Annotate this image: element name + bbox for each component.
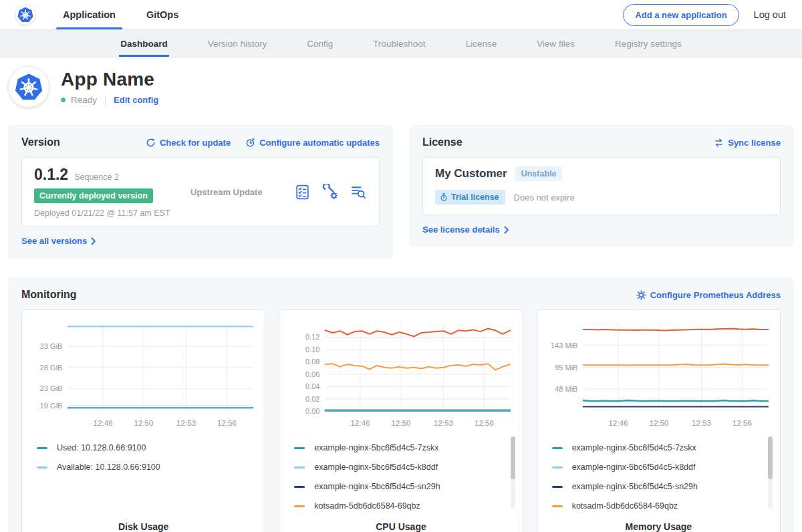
legend-item: Used: 10.128.0.66:9100 — [37, 438, 249, 458]
license-panel-title: License — [422, 136, 462, 148]
sync-license-link[interactable]: Sync license — [714, 138, 781, 148]
app-avatar — [8, 66, 49, 108]
legend-label: example-nginx-5bc6f5d4c5-7zskx — [572, 443, 696, 452]
configure-prometheus-label: Configure Prometheus Address — [650, 290, 781, 300]
tab-view-files[interactable]: View files — [535, 30, 576, 57]
svg-text:28 GiB: 28 GiB — [40, 364, 63, 372]
add-application-button[interactable]: Add a new application — [623, 4, 739, 26]
disk-usage-chart: 12:4612:5012:5312:5633 GiB28 GiB23 GiB19… — [29, 317, 258, 433]
svg-text:12:50: 12:50 — [392, 418, 411, 427]
legend-scrollbar[interactable] — [511, 436, 515, 509]
logout-link[interactable]: Log out — [754, 9, 786, 20]
top-navbar: Application GitOps Add a new application… — [0, 0, 802, 29]
configure-automatic-updates-link[interactable]: Configure automatic updates — [245, 138, 380, 148]
tab-dashboard[interactable]: Dashboard — [119, 30, 169, 57]
scrollbar-thumb[interactable] — [768, 436, 773, 479]
svg-text:12:50: 12:50 — [134, 418, 153, 427]
chevron-right-icon — [504, 226, 509, 234]
divider — [105, 96, 106, 105]
legend-scrollbar[interactable] — [768, 436, 773, 509]
channel-badge: Unstable — [515, 166, 563, 181]
memory-usage-legend: example-nginx-5bc6f5d4c5-7zskx example-n… — [544, 433, 773, 515]
license-expiry: Does not expire — [514, 192, 575, 203]
chart-title: CPU Usage — [286, 521, 515, 532]
tab-config[interactable]: Config — [305, 30, 334, 57]
legend-item: example-nginx-5bc6f5d4c5-k8ddf — [552, 458, 764, 477]
series-color-dash — [37, 447, 47, 449]
tab-troubleshoot[interactable]: Troubleshoot — [372, 30, 426, 57]
see-license-details-label: See license details — [422, 225, 500, 235]
series-color-dash — [552, 486, 563, 488]
disk-usage-card: 12:4612:5012:5312:5633 GiB28 GiB23 GiB19… — [21, 309, 265, 532]
chart-title: Disk Usage — [29, 521, 258, 532]
legend-item: example-nginx-5bc6f5d4c5-sn29h — [552, 477, 764, 497]
svg-text:12:56: 12:56 — [732, 418, 752, 427]
monitoring-title: Monitoring — [21, 289, 77, 301]
tab-version-history[interactable]: Version history — [207, 30, 269, 57]
legend-item: kotsadm-5db6dc6584-69qbz — [552, 497, 764, 515]
tab-license[interactable]: License — [464, 30, 499, 57]
license-type-badge: Trial license — [435, 190, 505, 205]
disk-usage-legend: Used: 10.128.0.66:9100 Available: 10.128… — [29, 433, 258, 515]
stopwatch-icon — [440, 193, 448, 201]
see-license-details-link[interactable]: See license details — [422, 225, 509, 235]
svg-text:12:53: 12:53 — [692, 418, 711, 427]
legend-item: Available: 10.128.0.66:9100 — [37, 458, 249, 477]
svg-text:12:50: 12:50 — [649, 418, 668, 427]
series-color-dash — [552, 505, 563, 507]
svg-text:0.08: 0.08 — [305, 358, 320, 366]
series-color-dash — [294, 505, 305, 507]
config-wrench-icon[interactable] — [322, 184, 339, 201]
app-header: App Name Ready Edit config — [0, 57, 802, 118]
customer-name: My Customer — [435, 167, 507, 180]
preflight-checks-icon[interactable] — [294, 184, 311, 201]
see-all-versions-label: See all versions — [21, 236, 87, 246]
svg-text:48 MiB: 48 MiB — [555, 385, 578, 393]
svg-text:12:46: 12:46 — [94, 418, 113, 427]
svg-text:0.12: 0.12 — [305, 333, 320, 341]
scrollbar-thumb[interactable] — [511, 436, 515, 479]
svg-text:0.00: 0.00 — [305, 407, 320, 415]
svg-text:143 MiB: 143 MiB — [550, 342, 577, 350]
kubernetes-helm-icon — [17, 7, 33, 23]
cpu-usage-chart: 12:4612:5012:5312:560.120.100.080.060.04… — [286, 317, 515, 433]
edit-config-link[interactable]: Edit config — [114, 95, 158, 105]
app-subnav: Dashboard Version history Config Trouble… — [0, 29, 802, 57]
version-sequence: Sequence 2 — [74, 172, 119, 182]
deployed-timestamp: Deployed 01/21/22 @ 11:57 am EST — [34, 209, 182, 218]
version-panel: Version Check for update — [8, 125, 393, 259]
upstream-update-label: Upstream Update — [190, 187, 263, 197]
tab-registry-settings[interactable]: Registry settings — [614, 30, 683, 57]
series-color-dash — [294, 486, 305, 488]
kubernetes-helm-icon — [15, 73, 43, 101]
monitoring-panel: Monitoring Configure Prometheus Address … — [8, 277, 794, 532]
svg-text:12:53: 12:53 — [434, 418, 453, 427]
kubernetes-logo[interactable] — [15, 4, 36, 25]
series-color-dash — [294, 467, 305, 469]
cpu-usage-legend: example-nginx-5bc6f5d4c5-7zskx example-n… — [286, 433, 515, 515]
version-panel-title: Version — [21, 136, 60, 148]
legend-label: Available: 10.128.0.66:9100 — [57, 462, 160, 472]
legend-item: example-nginx-5bc6f5d4c5-sn29h — [294, 477, 506, 497]
svg-text:19 GiB: 19 GiB — [40, 402, 63, 410]
legend-label: example-nginx-5bc6f5d4c5-sn29h — [572, 482, 698, 491]
svg-text:12:56: 12:56 — [475, 418, 494, 427]
svg-text:12:46: 12:46 — [351, 418, 370, 427]
legend-label: example-nginx-5bc6f5d4c5-sn29h — [314, 482, 440, 491]
legend-label: example-nginx-5bc6f5d4c5-k8ddf — [572, 462, 696, 472]
sync-license-label: Sync license — [728, 138, 781, 148]
check-for-update-label: Check for update — [160, 138, 231, 148]
gear-icon — [636, 290, 646, 300]
chart-title: Memory Usage — [544, 521, 773, 532]
check-for-update-link[interactable]: Check for update — [146, 138, 231, 148]
license-panel: License Sync license My Customer Unstabl… — [409, 125, 794, 247]
see-all-versions-link[interactable]: See all versions — [21, 236, 96, 246]
topnav-tab-application[interactable]: Application — [60, 0, 118, 29]
view-files-search-icon[interactable] — [350, 184, 367, 201]
svg-text:12:56: 12:56 — [217, 418, 237, 427]
topnav-tab-gitops[interactable]: GitOps — [144, 0, 181, 29]
configure-prometheus-link[interactable]: Configure Prometheus Address — [636, 290, 781, 300]
memory-usage-chart: 12:4612:5012:5312:56143 MiB95 MiB48 MiB — [544, 317, 773, 433]
refresh-icon — [146, 138, 156, 148]
chevron-right-icon — [91, 237, 96, 245]
